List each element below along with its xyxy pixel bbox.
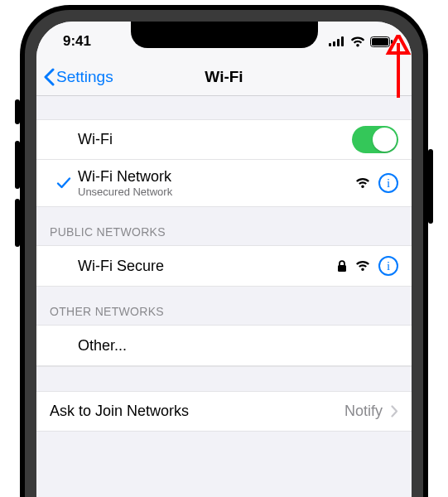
other-network-label: Other... — [78, 337, 398, 355]
wifi-toggle-switch[interactable] — [352, 126, 398, 153]
checkmark-slot — [50, 176, 78, 190]
power-button — [428, 149, 433, 224]
toggle-knob — [373, 128, 397, 152]
wifi-signal-icon — [355, 260, 370, 272]
svg-rect-2 — [337, 39, 340, 46]
svg-rect-0 — [329, 43, 331, 46]
wifi-toggle-label: Wi-Fi — [78, 131, 352, 148]
connected-network-row[interactable]: Wi-Fi Network Unsecured Network i — [36, 160, 412, 207]
svg-rect-1 — [333, 41, 335, 46]
ask-to-join-row[interactable]: Ask to Join Networks Notify — [36, 391, 412, 432]
section-spacer — [36, 96, 412, 119]
wifi-signal-icon — [355, 177, 370, 189]
status-icons — [329, 33, 393, 47]
info-button[interactable]: i — [378, 256, 398, 276]
svg-rect-7 — [338, 265, 346, 272]
wifi-toggle-row[interactable]: Wi-Fi — [36, 119, 412, 160]
phone-frame: 9:41 — [0, 0, 448, 497]
connected-network-ssid: Wi-Fi Network — [78, 168, 355, 186]
svg-rect-3 — [341, 36, 344, 46]
chevron-left-icon — [43, 68, 55, 86]
other-networks-header: OTHER NETWORKS — [36, 287, 412, 326]
back-button[interactable]: Settings — [36, 68, 113, 86]
row-trailing: Notify — [344, 403, 398, 420]
checkmark-icon — [56, 176, 71, 190]
info-button[interactable]: i — [378, 173, 398, 193]
other-network-row[interactable]: Other... — [36, 326, 412, 366]
ask-to-join-label: Ask to Join Networks — [50, 403, 344, 420]
chevron-right-icon — [391, 405, 398, 417]
svg-rect-6 — [391, 40, 393, 44]
nav-bar: Settings Wi-Fi — [36, 58, 412, 96]
battery-icon — [370, 36, 393, 47]
row-trailing: i — [337, 256, 398, 276]
connected-network-text: Wi-Fi Network Unsecured Network — [78, 168, 355, 198]
notch — [131, 22, 318, 48]
cellular-icon — [329, 36, 345, 46]
status-time: 9:41 — [55, 30, 91, 50]
public-networks-header: PUBLIC NETWORKS — [36, 207, 412, 246]
svg-rect-5 — [372, 38, 388, 46]
public-network-row[interactable]: Wi-Fi Secure i — [36, 246, 412, 287]
lock-icon — [337, 260, 347, 273]
section-gap — [36, 366, 412, 391]
wifi-icon — [350, 36, 365, 47]
row-trailing: i — [355, 173, 398, 193]
public-network-ssid: Wi-Fi Secure — [78, 258, 337, 275]
ask-to-join-value: Notify — [344, 403, 383, 420]
back-label: Settings — [56, 68, 113, 86]
screen: 9:41 — [36, 22, 412, 497]
connected-network-subtitle: Unsecured Network — [78, 186, 355, 198]
